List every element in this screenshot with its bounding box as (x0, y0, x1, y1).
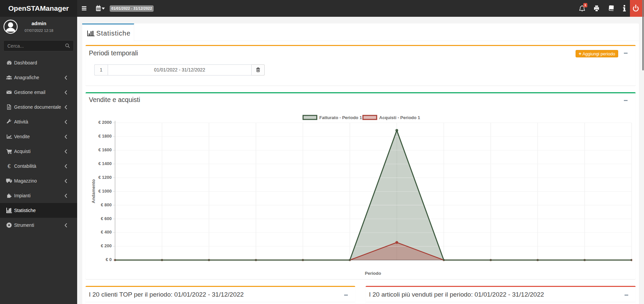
svg-text:€ 800: € 800 (101, 202, 112, 207)
svg-text:Andamento: Andamento (91, 179, 96, 203)
svg-text:€ 2000: € 2000 (98, 120, 112, 125)
svg-text:€ 1400: € 1400 (98, 161, 112, 166)
svg-text:€ 600: € 600 (101, 216, 112, 221)
svg-text:Fatturato - Periodo 1: Fatturato - Periodo 1 (319, 115, 362, 120)
svg-text:€ 1800: € 1800 (98, 134, 112, 139)
svg-text:Periodo: Periodo (365, 271, 381, 276)
svg-text:€ 1200: € 1200 (98, 175, 112, 180)
svg-text:€ 200: € 200 (101, 243, 112, 248)
svg-text:Acquisti - Periodo 1: Acquisti - Periodo 1 (379, 115, 420, 120)
svg-text:€ 1000: € 1000 (98, 189, 112, 194)
svg-text:€ 400: € 400 (101, 230, 112, 235)
svg-text:€ 0: € 0 (106, 257, 112, 262)
svg-text:€ 1600: € 1600 (98, 147, 112, 152)
svg-text:€: € (7, 163, 10, 169)
